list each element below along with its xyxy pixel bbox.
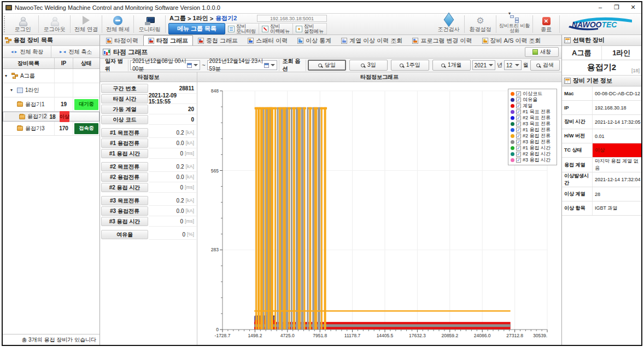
minimize-button[interactable]: –	[592, 3, 608, 13]
tab-icon	[198, 38, 204, 44]
legend-checkbox[interactable]: ✓	[516, 122, 521, 126]
disconnect-all-button[interactable]: 전체 해제	[103, 14, 133, 34]
legend-checkbox[interactable]: ✓	[516, 140, 521, 145]
tab-중첩 그래프[interactable]: 중첩 그래프	[193, 35, 243, 45]
info-row-label: #1 목표전류	[101, 128, 148, 137]
quick-range-label: 당일	[325, 61, 336, 69]
tab-스패터 이력[interactable]: 스패터 이력	[243, 35, 292, 45]
legend-checkbox[interactable]: ✓	[516, 109, 521, 114]
svg-text:20859.2: 20859.2	[441, 333, 458, 338]
chevron-down-icon[interactable]	[194, 64, 198, 66]
history-menu-icon	[262, 26, 268, 32]
legend-color-dot	[511, 122, 514, 126]
panel-title-bar: 타점 그래프 새창	[100, 46, 561, 59]
info-row-unit: [ms]	[185, 151, 194, 156]
chevron-down-icon[interactable]	[271, 64, 275, 66]
device-info-value: 28	[593, 187, 641, 201]
legend-checkbox[interactable]: ✓	[516, 134, 521, 139]
logout-button[interactable]: 로그아웃	[39, 14, 69, 34]
folder-icon	[19, 114, 25, 119]
year-select[interactable]: 2021	[472, 60, 495, 70]
search-button[interactable]: 검색	[530, 60, 560, 71]
info-row-value: 0.0[kA]	[149, 206, 196, 216]
close-button[interactable]: ✕	[625, 3, 641, 13]
tree-group-row[interactable]: ▾ A그룹	[3, 69, 99, 83]
svg-text:30539.: 30539.	[533, 333, 547, 338]
device-row[interactable]: 용접기3170접속중	[3, 122, 99, 136]
info-row-value: 0.2[kA]	[149, 161, 196, 172]
monitoring-button[interactable]: 모니터링	[134, 14, 165, 34]
date-from-input[interactable]: 2021년12월08일 00시00분	[130, 60, 200, 70]
device-info-row: 장비 시간2021-12-14 17:32:05	[562, 115, 641, 129]
legend-checkbox[interactable]: ✓	[516, 152, 521, 157]
tab-프로그램 변경 이력[interactable]: 프로그램 변경 이력	[407, 35, 477, 45]
legend-checkbox[interactable]: ✓	[516, 128, 521, 132]
device-info-label: 용접 계열	[562, 158, 593, 172]
expander-icon[interactable]: ▾	[10, 88, 15, 93]
info-row-unit: [kA]	[185, 130, 194, 135]
calendar-icon	[187, 63, 192, 68]
exit-button[interactable]: ✕ 종료	[534, 14, 559, 34]
legend-checkbox[interactable]: ✓	[516, 103, 521, 108]
maximize-button[interactable]: ❐	[608, 3, 625, 13]
tab-label: 스패터 이력	[256, 37, 288, 45]
expand-all-button[interactable]: ◄► 전체 확장	[3, 46, 51, 57]
device-row[interactable]: 용접기218이상	[3, 112, 99, 122]
login-button[interactable]: 로그인	[8, 14, 38, 34]
device-tree-panel: 용접 장비 목록 ◄► 전체 확장 ►◄ 전체 축소 장비목록 IP 상태 ▾	[3, 35, 100, 345]
tab-장비 A/S 이력 조회[interactable]: 장비 A/S 이력 조회	[477, 35, 546, 45]
date-to-input[interactable]: 2021년12월14일 23시59분	[207, 60, 277, 70]
collapse-all-button[interactable]: ►◄ 전체 축소	[51, 46, 99, 57]
device-status-cell: 접속중	[73, 122, 99, 135]
filter-bar: 일자 범위 2021년12월08일 00시00분 ~ 2021년12월14일 2…	[100, 59, 561, 72]
quick-range-1개월[interactable]: 1개월	[432, 60, 471, 71]
device-info-icon	[564, 78, 571, 84]
device-row[interactable]: 용접기119대기중	[3, 97, 99, 112]
group-icon	[11, 73, 18, 79]
device-info-value: 이상	[593, 143, 641, 157]
line-icon	[17, 88, 23, 93]
info-row-label: 여유율	[101, 230, 148, 239]
svg-text:11178.7: 11178.7	[344, 333, 361, 338]
tab-타점이력[interactable]: 타점이력	[101, 35, 143, 45]
timing-info-table: 구간 번호28811타점 시간2021-12-09 15:15:55가동 계열2…	[100, 82, 197, 345]
gear-icon: ⚙	[476, 16, 484, 25]
legend-checkbox[interactable]: ✓	[516, 91, 521, 96]
info-row: #2 목표전류0.2[kA]	[100, 161, 197, 172]
new-window-button[interactable]: 새창	[525, 47, 559, 57]
connect-all-button[interactable]: 전체 연결	[71, 14, 101, 34]
menu-tab-group-list[interactable]: 메뉴 그룹 목록	[168, 23, 225, 34]
legend-checkbox[interactable]: ✓	[516, 116, 521, 120]
info-row: 여유율0[%]	[100, 229, 197, 240]
expander-icon[interactable]: ▾	[5, 73, 9, 78]
device-tree-toggle-button[interactable]: 장비트리 비활성화	[497, 14, 532, 34]
quick-range-3일[interactable]: 3일	[349, 60, 388, 71]
legend-checkbox[interactable]: ✓	[516, 158, 521, 163]
tab-icon	[248, 38, 254, 44]
month-select[interactable]: 12	[504, 60, 522, 70]
menu-tab-history[interactable]: 장비이력메뉴	[259, 23, 293, 34]
legend-checkbox[interactable]: ✓	[516, 97, 521, 102]
menu-tab-monitoring[interactable]: 장비모니터링	[225, 23, 259, 34]
tab-계열 이상 이력 조회[interactable]: 계열 이상 이력 조회	[336, 35, 407, 45]
tab-이상 통계[interactable]: 이상 통계	[292, 35, 336, 45]
app-icon	[5, 5, 12, 10]
menu-tab-row: 메뉴 그룹 목록 장비모니터링 장비이력메뉴 장비설정메뉴	[168, 23, 328, 34]
condition-check-button[interactable]: 조건검사	[434, 14, 464, 34]
legend-color-dot	[511, 158, 514, 162]
menu-tab-settings[interactable]: 장비설정메뉴	[293, 23, 327, 34]
tab-타점 그래프[interactable]: 타점 그래프	[143, 35, 193, 45]
breadcrumb-device[interactable]: 용접기2	[215, 14, 237, 22]
breadcrumb-line[interactable]: 1라인	[193, 14, 208, 22]
breadcrumb-group[interactable]: A그룹	[169, 14, 186, 22]
selected-device-id: [18]	[631, 68, 640, 73]
info-row: 이상 코드0	[100, 114, 197, 125]
quick-range-당일[interactable]: 당일	[308, 60, 346, 71]
info-row-label: #1 용접 시간	[101, 149, 148, 158]
legend-checkbox[interactable]: ✓	[516, 146, 521, 151]
tree-line-row[interactable]: ▾ 1라인	[3, 83, 99, 97]
info-row-value: 2021-12-09 15:15:55	[149, 94, 196, 104]
timing-graph-icon	[103, 49, 110, 55]
quick-range-1주일[interactable]: 1주일	[391, 60, 429, 71]
environment-settings-button[interactable]: ⚙ 환경설정	[465, 14, 495, 34]
